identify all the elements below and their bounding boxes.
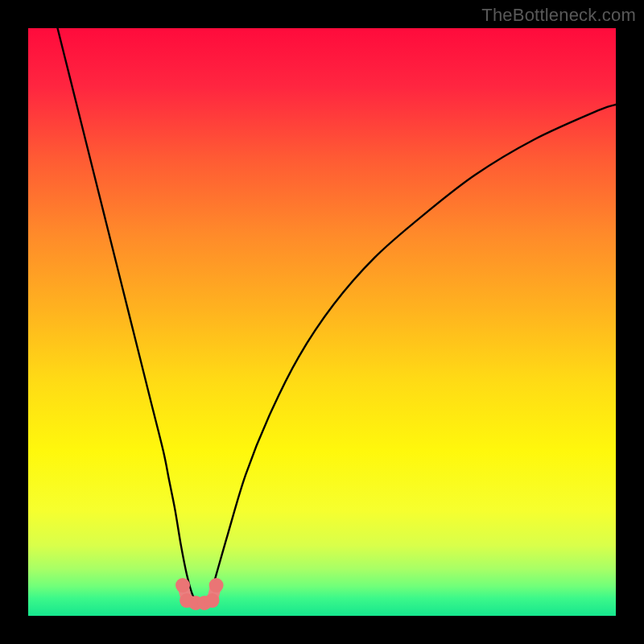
plot-area	[28, 28, 616, 616]
marker-dot	[204, 593, 219, 608]
chart-svg	[28, 28, 616, 616]
chart-frame: TheBottleneck.com	[0, 0, 644, 644]
watermark-text: TheBottleneck.com	[481, 5, 636, 26]
marker-dot	[209, 578, 224, 592]
marker-dot	[175, 578, 190, 592]
